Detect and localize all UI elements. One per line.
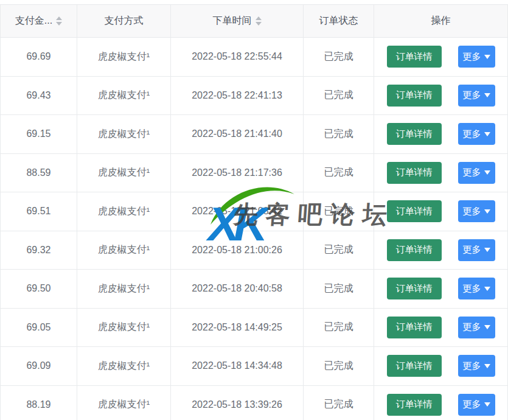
- table-row: 88.19虎皮椒支付¹2022-05-18 13:39:26已完成订单详情更多: [1, 386, 507, 420]
- order-detail-button[interactable]: 订单详情: [387, 162, 442, 184]
- amount-cell: 69.51: [1, 192, 77, 231]
- orders-page: 支付金...支付方式下单时间订单状态操作 69.69虎皮椒支付¹2022-05-…: [0, 0, 508, 420]
- time-cell: 2022-05-18 14:34:48: [171, 347, 304, 386]
- more-button-label: 更多: [463, 399, 481, 410]
- order-detail-button[interactable]: 订单详情: [387, 123, 442, 145]
- more-button-label: 更多: [463, 206, 481, 217]
- method-cell: 虎皮椒支付¹: [77, 270, 171, 309]
- sort-carets[interactable]: [56, 16, 62, 26]
- more-button[interactable]: 更多: [458, 394, 495, 416]
- actions-cell: 订单详情更多: [374, 115, 507, 154]
- caret-down-icon: [484, 170, 490, 175]
- status-cell: 已完成: [304, 231, 374, 270]
- orders-table: 支付金...支付方式下单时间订单状态操作 69.69虎皮椒支付¹2022-05-…: [0, 4, 508, 420]
- column-label: 下单时间: [213, 15, 252, 27]
- method-cell: 虎皮椒支付¹: [77, 115, 171, 154]
- status-cell: 已完成: [304, 38, 374, 77]
- sort-desc-icon[interactable]: [56, 22, 62, 26]
- more-button[interactable]: 更多: [458, 123, 495, 145]
- sort-asc-icon[interactable]: [256, 16, 262, 20]
- table-header: 支付金...支付方式下单时间订单状态操作: [1, 5, 507, 38]
- more-button-label: 更多: [463, 128, 481, 140]
- amount-cell: 69.50: [1, 270, 77, 309]
- more-button-label: 更多: [463, 244, 481, 256]
- actions-cell: 订单详情更多: [374, 154, 507, 193]
- order-detail-button[interactable]: 订单详情: [387, 200, 442, 222]
- caret-down-icon: [484, 248, 490, 252]
- caret-down-icon: [484, 325, 490, 329]
- more-button[interactable]: 更多: [458, 162, 495, 184]
- more-button[interactable]: 更多: [458, 46, 495, 68]
- amount-cell: 69.32: [1, 231, 77, 270]
- column-header-amount[interactable]: 支付金...: [1, 5, 77, 38]
- amount-cell: 69.09: [1, 347, 77, 386]
- table-row: 69.50虎皮椒支付¹2022-05-18 20:40:58已完成订单详情更多: [1, 270, 507, 309]
- table-row: 69.15虎皮椒支付¹2022-05-18 21:41:40已完成订单详情更多: [1, 115, 507, 154]
- column-header-method: 支付方式: [77, 5, 171, 38]
- actions-cell: 订单详情更多: [374, 77, 507, 116]
- more-button-label: 更多: [463, 167, 481, 178]
- table-row: 69.69虎皮椒支付¹2022-05-18 22:55:44已完成订单详情更多: [1, 38, 507, 77]
- time-cell: 2022-05-18 22:55:44: [171, 38, 304, 77]
- table-row: 88.59虎皮椒支付¹2022-05-18 21:17:36已完成订单详情更多: [1, 154, 507, 193]
- more-button-label: 更多: [463, 51, 481, 63]
- column-header-status: 订单状态: [304, 5, 374, 38]
- table-body: 69.69虎皮椒支付¹2022-05-18 22:55:44已完成订单详情更多6…: [1, 38, 507, 420]
- order-detail-button[interactable]: 订单详情: [387, 85, 442, 107]
- time-cell: 2022-05-18 21:08:42: [171, 192, 304, 231]
- caret-down-icon: [484, 402, 490, 407]
- order-detail-button[interactable]: 订单详情: [387, 355, 442, 377]
- time-cell: 2022-05-18 20:40:58: [171, 270, 304, 309]
- column-header-time[interactable]: 下单时间: [171, 5, 304, 38]
- more-button-label: 更多: [463, 89, 481, 101]
- column-label: 操作: [431, 15, 451, 27]
- order-detail-button[interactable]: 订单详情: [387, 46, 442, 68]
- method-cell: 虎皮椒支付¹: [77, 192, 171, 231]
- status-cell: 已完成: [304, 192, 374, 231]
- more-button-label: 更多: [463, 360, 481, 372]
- time-cell: 2022-05-18 22:41:13: [171, 77, 304, 116]
- table-row: 69.43虎皮椒支付¹2022-05-18 22:41:13已完成订单详情更多: [1, 77, 507, 116]
- sort-carets[interactable]: [256, 16, 262, 26]
- column-label: 支付金...: [15, 15, 52, 27]
- actions-cell: 订单详情更多: [374, 270, 507, 309]
- method-cell: 虎皮椒支付¹: [77, 386, 171, 420]
- actions-cell: 订单详情更多: [374, 192, 507, 231]
- status-cell: 已完成: [304, 347, 374, 386]
- status-cell: 已完成: [304, 154, 374, 193]
- status-cell: 已完成: [304, 386, 374, 420]
- actions-cell: 订单详情更多: [374, 309, 507, 348]
- caret-down-icon: [484, 55, 490, 59]
- order-detail-button[interactable]: 订单详情: [387, 394, 442, 416]
- table-row: 69.32虎皮椒支付¹2022-05-18 21:00:26已完成订单详情更多: [1, 231, 507, 270]
- method-cell: 虎皮椒支付¹: [77, 309, 171, 348]
- actions-cell: 订单详情更多: [374, 38, 507, 77]
- amount-cell: 88.19: [1, 386, 77, 420]
- method-cell: 虎皮椒支付¹: [77, 77, 171, 116]
- table-row: 69.05虎皮椒支付¹2022-05-18 14:49:25已完成订单详情更多: [1, 309, 507, 348]
- method-cell: 虎皮椒支付¹: [77, 231, 171, 270]
- more-button[interactable]: 更多: [458, 317, 495, 338]
- amount-cell: 69.15: [1, 115, 77, 154]
- more-button-label: 更多: [463, 321, 481, 333]
- actions-cell: 订单详情更多: [374, 347, 507, 386]
- order-detail-button[interactable]: 订单详情: [387, 278, 442, 299]
- more-button[interactable]: 更多: [458, 278, 495, 299]
- status-cell: 已完成: [304, 115, 374, 154]
- sort-desc-icon[interactable]: [256, 22, 262, 26]
- method-cell: 虎皮椒支付¹: [77, 154, 171, 193]
- status-cell: 已完成: [304, 309, 374, 348]
- more-button[interactable]: 更多: [458, 85, 495, 107]
- order-detail-button[interactable]: 订单详情: [387, 239, 442, 261]
- table-row: 69.51虎皮椒支付¹2022-05-18 21:08:42已完成订单详情更多: [1, 192, 507, 231]
- time-cell: 2022-05-18 21:00:26: [171, 231, 304, 270]
- sort-asc-icon[interactable]: [56, 16, 62, 20]
- more-button[interactable]: 更多: [458, 200, 495, 222]
- caret-down-icon: [484, 132, 490, 136]
- more-button[interactable]: 更多: [458, 239, 495, 261]
- more-button[interactable]: 更多: [458, 355, 495, 377]
- caret-down-icon: [484, 287, 490, 291]
- time-cell: 2022-05-18 13:39:26: [171, 386, 304, 420]
- actions-cell: 订单详情更多: [374, 231, 507, 270]
- order-detail-button[interactable]: 订单详情: [387, 317, 442, 338]
